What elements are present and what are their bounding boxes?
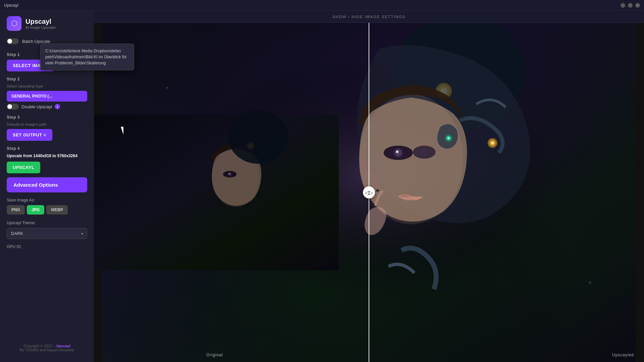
theme-label: Upscayl Theme: xyxy=(7,221,87,225)
double-upscayl-toggle[interactable] xyxy=(7,104,19,110)
step4-title: Step 4 xyxy=(7,146,87,151)
format-jpg-button[interactable]: JPG xyxy=(27,205,44,215)
logo-area: ⬡ Upscayl AI Image Upscaler xyxy=(0,11,94,36)
upscaled-label: Upscayled xyxy=(612,353,634,357)
double-upscayl-row: Double Upscayl i xyxy=(7,102,87,110)
step3-section: Step 3 Defaults to Image's path SET OUTP… xyxy=(0,112,94,143)
image-comparison: ◁▷ Original Upscayled xyxy=(94,23,644,362)
titlebar: Upscayl – □ ✕ xyxy=(0,0,644,11)
svg-point-30 xyxy=(229,173,230,175)
theme-section: Upscayl Theme: DARK LIGHT SYSTEM xyxy=(0,217,94,241)
minimize-button[interactable]: – xyxy=(621,3,625,8)
step3-title: Step 3 xyxy=(7,115,87,120)
step3-subtitle: Defaults to Image's path xyxy=(7,122,87,126)
window-controls: – □ ✕ xyxy=(621,3,640,8)
logo-symbol: ⬡ xyxy=(11,19,17,28)
logo-text: Upscayl AI Image Upscaler xyxy=(25,18,56,29)
format-buttons: PNG JPG WEBP xyxy=(7,205,87,215)
double-upscayl-info-badge[interactable]: i xyxy=(55,104,60,109)
original-label: Original xyxy=(206,353,223,357)
svg-point-33 xyxy=(228,110,288,164)
footer-line1: Copyright © 2022 – Upscayl xyxy=(7,344,87,348)
content-area: SHOW / HIDE IMAGE SETTINGS xyxy=(94,11,644,362)
step2-subtitle: Select Upscaling Type xyxy=(7,84,87,88)
footer-brand: Upscayl xyxy=(56,344,70,348)
svg-point-18 xyxy=(420,148,428,156)
upscale-from: 1440x818 xyxy=(33,154,51,158)
settings-bar: SHOW / HIDE IMAGE SETTINGS xyxy=(94,11,644,23)
footer-copyright: Copyright © 2022 – xyxy=(23,344,56,348)
upscale-info: Upscale from 1440x818 to 5760x3264 xyxy=(7,154,87,158)
close-button[interactable]: ✕ xyxy=(635,3,640,8)
gpu-section: GPU ID: xyxy=(0,241,94,251)
sidebar-footer: Copyright © 2022 – Upscayl By TGS963 and… xyxy=(0,341,94,355)
app-name: Upscayl xyxy=(25,18,56,25)
maximize-button[interactable]: □ xyxy=(628,3,633,8)
save-section: Save Image As: PNG JPG WEBP xyxy=(0,194,94,217)
format-webp-button[interactable]: WEBP xyxy=(46,205,68,215)
original-image-svg xyxy=(94,23,339,362)
drag-icon: ◁▷ xyxy=(365,189,373,196)
format-png-button[interactable]: PNG xyxy=(7,205,25,215)
sidebar: ⬡ Upscayl AI Image Upscaler Batch Upscal… xyxy=(0,11,94,362)
batch-toggle[interactable] xyxy=(7,38,19,44)
titlebar-title: Upscayl xyxy=(4,3,18,8)
upscale-to: 5760x3264 xyxy=(57,154,77,158)
tooltip-text: C:\Users\stefa\4eck Media Dropbox\stefan… xyxy=(45,49,94,65)
comparison-drag-handle[interactable]: ◁▷ xyxy=(363,186,375,198)
gpu-label: GPU ID: xyxy=(7,244,87,249)
output-path-tooltip: C:\Users\stefa\4eck Media Dropbox\stefan… xyxy=(40,44,94,70)
footer-author2: Nayam Amarshe xyxy=(47,348,74,352)
set-output-button[interactable]: SET OUTPUT = xyxy=(7,129,52,141)
main-layout: ⬡ Upscayl AI Image Upscaler Batch Upscal… xyxy=(0,11,644,362)
upscaling-type-button[interactable]: GENERAL PHOTO (... xyxy=(7,91,87,102)
advanced-options-button[interactable]: Advanced Options xyxy=(7,177,87,192)
app-logo-icon: ⬡ xyxy=(7,16,21,31)
svg-point-15 xyxy=(395,149,401,156)
theme-select[interactable]: DARK LIGHT SYSTEM xyxy=(7,228,87,239)
step2-title: Step 2 xyxy=(7,77,87,81)
svg-point-23 xyxy=(589,282,591,284)
app-subtitle: AI Image Upscaler xyxy=(25,25,56,29)
upscayl-button[interactable]: UPSCAYL xyxy=(7,162,40,173)
svg-point-16 xyxy=(396,150,398,153)
batch-label: Batch Upscale xyxy=(22,39,50,44)
original-panel xyxy=(94,23,339,362)
show-hide-settings-link[interactable]: SHOW / HIDE IMAGE SETTINGS xyxy=(332,15,406,19)
svg-point-21 xyxy=(448,137,450,139)
save-label: Save Image As: xyxy=(7,198,87,202)
svg-point-10 xyxy=(491,141,494,145)
theme-select-wrapper: DARK LIGHT SYSTEM xyxy=(7,228,87,239)
double-upscayl-label: Double Upscayl xyxy=(21,104,52,109)
step4-section: Step 4 Upscale from 1440x818 to 5760x326… xyxy=(0,143,94,176)
footer-author1: TGS963 xyxy=(25,348,39,352)
svg-point-29 xyxy=(228,173,231,176)
step2-section: Step 2 Select Upscaling Type GENERAL PHO… xyxy=(0,74,94,112)
footer-by: By xyxy=(20,348,25,352)
footer-and: and xyxy=(39,348,47,352)
footer-line2: By TGS963 and Nayam Amarshe xyxy=(7,348,87,352)
